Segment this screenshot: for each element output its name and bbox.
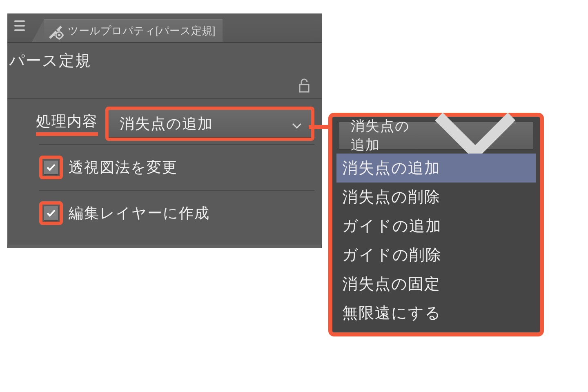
perspective-change-label: 透視図法を変更	[69, 158, 178, 178]
dropdown-option[interactable]: 消失点の削除	[336, 183, 536, 212]
dropdown-display[interactable]: 消失点の追加	[339, 122, 533, 149]
panel-menu-button[interactable]	[10, 16, 29, 36]
brush-gear-icon	[47, 22, 64, 40]
tool-property-panel: ツールプロパティ[パース定規] パース定規 処理内容 消失点の追加	[7, 13, 322, 248]
dropdown-value: 消失点の追加	[120, 114, 213, 134]
processing-type-row: 処理内容 消失点の追加	[15, 107, 314, 141]
dropdown-option[interactable]: ガイドの削除	[336, 241, 536, 270]
checkbox-highlight	[39, 201, 63, 225]
dropdown-option[interactable]: 消失点の固定	[336, 270, 536, 298]
svg-point-1	[58, 34, 60, 36]
dropdown-display-value: 消失点の追加	[351, 117, 424, 154]
tab-strip: ツールプロパティ[パース定規]	[32, 20, 223, 42]
divider	[39, 190, 314, 191]
create-on-edit-layer-checkbox[interactable]	[44, 206, 58, 220]
tool-property-tab[interactable]: ツールプロパティ[パース定規]	[44, 19, 223, 42]
dropdown-option[interactable]: ガイドの追加	[336, 212, 536, 241]
tool-name-row: パース定規	[7, 43, 322, 99]
create-on-edit-layer-label: 編集レイヤーに作成	[69, 203, 210, 223]
processing-type-label: 処理内容	[36, 111, 98, 136]
tool-name: パース定規	[9, 50, 91, 71]
tab-slope	[32, 19, 44, 42]
create-on-edit-layer-row: 編集レイヤーに作成	[39, 201, 314, 225]
tab-title: ツールプロパティ[パース定規]	[68, 24, 215, 38]
lock-icon[interactable]	[295, 76, 314, 94]
perspective-change-checkbox[interactable]	[44, 160, 58, 175]
dropdown-options-callout: 消失点の追加 消失点の追加 消失点の削除 ガイドの追加 ガイドの削除 消失点の固…	[328, 113, 544, 336]
divider	[39, 144, 314, 145]
dropdown-option[interactable]: 消失点の追加	[336, 154, 536, 183]
panel-header: ツールプロパティ[パース定規]	[7, 13, 322, 43]
dropdown-options-list: 消失点の追加 消失点の削除 ガイドの追加 ガイドの削除 消失点の固定 無限遠にす…	[336, 154, 536, 327]
properties-area: 処理内容 消失点の追加 透視図法を変更	[7, 99, 322, 245]
processing-type-dropdown-highlight: 消失点の追加	[105, 107, 314, 141]
dropdown-option[interactable]: 無限遠にする	[336, 298, 536, 327]
perspective-change-row: 透視図法を変更	[39, 156, 314, 179]
checkbox-highlight	[39, 156, 63, 179]
chevron-down-icon	[291, 118, 303, 129]
processing-type-dropdown[interactable]: 消失点の追加	[109, 110, 311, 138]
